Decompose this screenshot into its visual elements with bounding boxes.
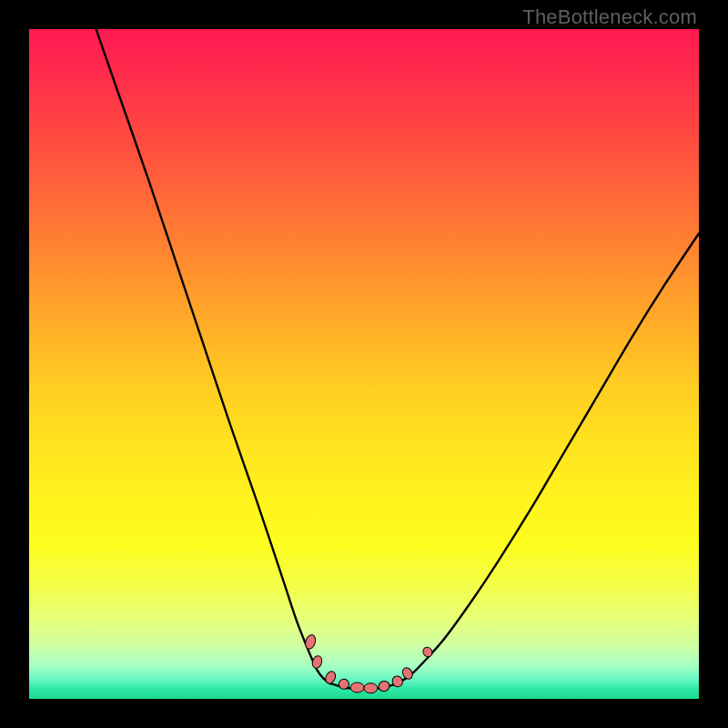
chart-plot-area bbox=[29, 29, 699, 699]
watermark-text: TheBottleneck.com bbox=[522, 5, 697, 29]
trough-marker-0 bbox=[304, 633, 318, 650]
trough-marker-7 bbox=[390, 674, 404, 689]
trough-marker-2 bbox=[324, 670, 338, 685]
trough-marker-4 bbox=[350, 682, 364, 693]
bottleneck-curve bbox=[96, 29, 699, 689]
trough-marker-3 bbox=[337, 677, 350, 691]
trough-marker-5 bbox=[364, 683, 378, 693]
trough-marker-8 bbox=[400, 666, 414, 681]
trough-marker-6 bbox=[377, 679, 391, 693]
trough-marker-9 bbox=[421, 645, 434, 658]
chart-svg bbox=[29, 29, 699, 699]
trough-marker-1 bbox=[311, 654, 324, 669]
chart-frame: TheBottleneck.com bbox=[0, 0, 728, 728]
trough-marker-group bbox=[304, 633, 434, 693]
